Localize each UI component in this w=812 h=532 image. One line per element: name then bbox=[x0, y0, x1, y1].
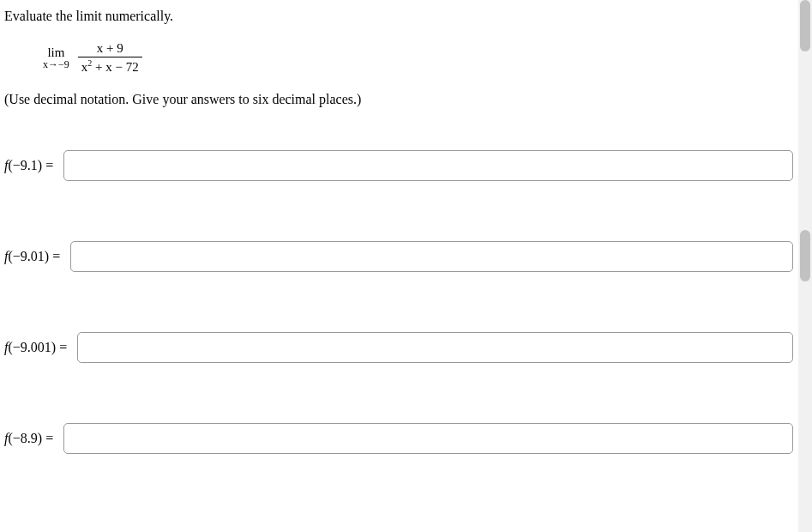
answer-row: f(−9.01)= bbox=[4, 241, 793, 272]
instruction-text: (Use decimal notation. Give your answers… bbox=[4, 92, 793, 107]
lim-approach: x→−9 bbox=[43, 58, 69, 71]
question-text: Evaluate the limit numerically. bbox=[4, 9, 793, 24]
fraction-numerator: x + 9 bbox=[78, 41, 142, 57]
answer-row: f(−9.1)= bbox=[4, 150, 793, 181]
answer-label-4: f(−8.9)= bbox=[4, 431, 53, 446]
answer-label-3: f(−9.001)= bbox=[4, 340, 67, 355]
fraction-denominator: x2 + x − 72 bbox=[78, 57, 142, 75]
answer-label-2: f(−9.01)= bbox=[4, 249, 60, 264]
scroll-thumb[interactable] bbox=[800, 230, 810, 281]
scrollbar[interactable] bbox=[798, 0, 812, 532]
answer-input-2[interactable] bbox=[70, 241, 793, 272]
limit-expression: lim x→−9 x + 9 x2 + x − 72 bbox=[43, 41, 142, 75]
answer-input-3[interactable] bbox=[77, 332, 793, 363]
answer-row: f(−9.001)= bbox=[4, 332, 793, 363]
answer-input-1[interactable] bbox=[63, 150, 793, 181]
answer-row: f(−8.9)= bbox=[4, 423, 793, 454]
answer-label-1: f(−9.1)= bbox=[4, 158, 53, 173]
answer-input-4[interactable] bbox=[63, 423, 793, 454]
scroll-thumb[interactable] bbox=[800, 0, 810, 51]
